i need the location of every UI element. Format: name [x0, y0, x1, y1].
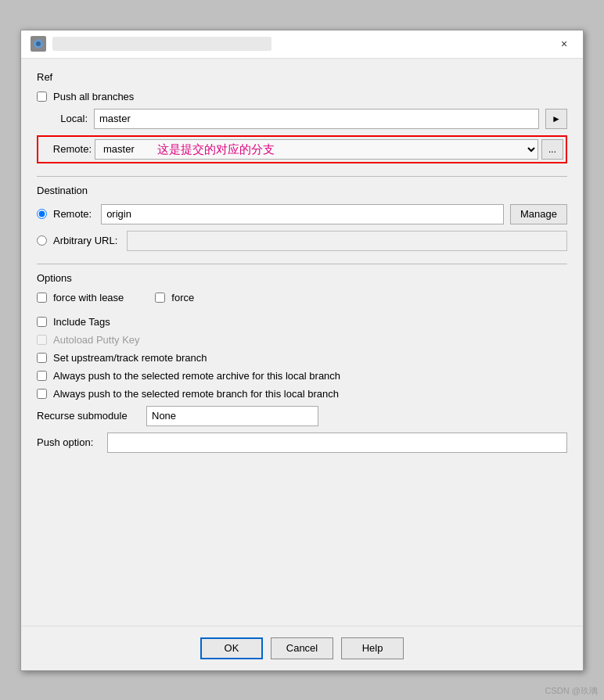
- local-label: Local:: [37, 113, 88, 124]
- svg-point-1: [36, 41, 41, 46]
- remote-dest-select[interactable]: origin: [101, 204, 504, 224]
- autoload-putty-label: Autoload Putty Key: [53, 334, 140, 346]
- autoload-putty-checkbox[interactable]: [37, 335, 47, 345]
- options-section: Options force with lease force Include T…: [37, 272, 567, 453]
- force-label: force: [171, 292, 194, 303]
- push-all-branches-label: Push all branches: [53, 91, 134, 102]
- remote-destination-radio[interactable]: [37, 209, 47, 219]
- options-section-title: Options: [37, 272, 567, 284]
- set-upstream-label: Set upstream/track remote branch: [53, 352, 207, 364]
- help-button[interactable]: Help: [341, 637, 404, 659]
- always-push-archive-label: Always push to the selected remote archi…: [53, 370, 340, 382]
- ref-section-title: Ref: [37, 71, 567, 83]
- title-blurred: [52, 37, 271, 51]
- ok-button[interactable]: OK: [200, 637, 263, 659]
- title-bar-left: [31, 36, 271, 52]
- force-with-lease-label: force with lease: [53, 292, 124, 303]
- recurse-submodule-label: Recurse submodule: [37, 410, 138, 422]
- arbitrary-url-select-wrapper: [127, 231, 567, 251]
- dialog-footer: OK Cancel Help: [21, 626, 583, 670]
- set-upstream-checkbox[interactable]: [37, 353, 47, 363]
- force-with-lease-checkbox[interactable]: [37, 293, 47, 303]
- ref-section: Ref Push all branches Local: master ► Re…: [37, 71, 567, 163]
- watermark: CSDN @玖璃: [545, 685, 598, 697]
- push-option-label: Push option:: [37, 436, 99, 448]
- push-option-select[interactable]: [107, 433, 567, 453]
- always-push-archive-row: Always push to the selected remote archi…: [37, 370, 567, 382]
- app-icon: [31, 36, 46, 52]
- divider-2: [37, 264, 567, 264]
- autoload-putty-row: Autoload Putty Key: [37, 334, 567, 346]
- remote-ref-label: Remote:: [41, 143, 92, 155]
- remote-field-highlighted: Remote: master 这是提交的对应的分支 ...: [37, 135, 567, 163]
- include-tags-label: Include Tags: [53, 316, 110, 328]
- destination-section-title: Destination: [37, 185, 567, 196]
- close-button[interactable]: ×: [555, 34, 573, 53]
- recurse-select[interactable]: None On-demand Yes: [146, 406, 318, 426]
- recurse-submodule-row: Recurse submodule None On-demand Yes: [37, 406, 567, 426]
- remote-destination-label: Remote:: [53, 208, 92, 220]
- manage-button[interactable]: Manage: [510, 204, 567, 224]
- force-with-lease-row: force with lease: [37, 292, 124, 303]
- always-push-branch-row: Always push to the selected remote branc…: [37, 388, 567, 400]
- local-field-row: Local: master ►: [37, 109, 567, 129]
- divider-1: [37, 176, 567, 177]
- arbitrary-url-radio[interactable]: [37, 235, 47, 246]
- dialog-body: Ref Push all branches Local: master ► Re…: [21, 59, 583, 626]
- remote-dest-select-wrapper: origin: [101, 204, 504, 224]
- always-push-archive-checkbox[interactable]: [37, 371, 47, 381]
- cancel-button[interactable]: Cancel: [271, 637, 333, 659]
- remote-ellipsis-button[interactable]: ...: [541, 139, 563, 160]
- push-option-select-wrapper: [107, 433, 567, 453]
- arbitrary-url-row: Arbitrary URL:: [37, 231, 567, 251]
- arbitrary-url-select[interactable]: [127, 231, 567, 251]
- push-all-branches-checkbox[interactable]: [37, 92, 47, 102]
- arbitrary-url-label: Arbitrary URL:: [53, 235, 117, 246]
- title-bar: ×: [21, 31, 583, 59]
- set-upstream-row: Set upstream/track remote branch: [37, 352, 567, 364]
- local-select-wrapper: master: [94, 109, 539, 129]
- recurse-select-wrapper: None On-demand Yes: [146, 406, 567, 426]
- push-all-branches-row: Push all branches: [37, 91, 567, 102]
- destination-section: Destination Remote: origin Manage Arbitr…: [37, 185, 567, 251]
- remote-select[interactable]: master: [95, 139, 538, 160]
- local-select[interactable]: master: [94, 109, 539, 129]
- push-option-row: Push option:: [37, 433, 567, 453]
- include-tags-row: Include Tags: [37, 316, 567, 328]
- force-checkbox[interactable]: [155, 293, 165, 303]
- always-push-branch-checkbox[interactable]: [37, 389, 47, 399]
- local-arrow-button[interactable]: ►: [545, 109, 567, 129]
- force-options-row: force with lease force: [37, 292, 567, 310]
- remote-select-wrapper: master 这是提交的对应的分支: [95, 139, 538, 160]
- force-row: force: [155, 292, 194, 303]
- remote-radio-row: Remote: origin Manage: [37, 204, 567, 224]
- always-push-branch-label: Always push to the selected remote branc…: [53, 388, 339, 400]
- push-dialog: × Ref Push all branches Local: master ►: [20, 30, 584, 671]
- include-tags-checkbox[interactable]: [37, 317, 47, 327]
